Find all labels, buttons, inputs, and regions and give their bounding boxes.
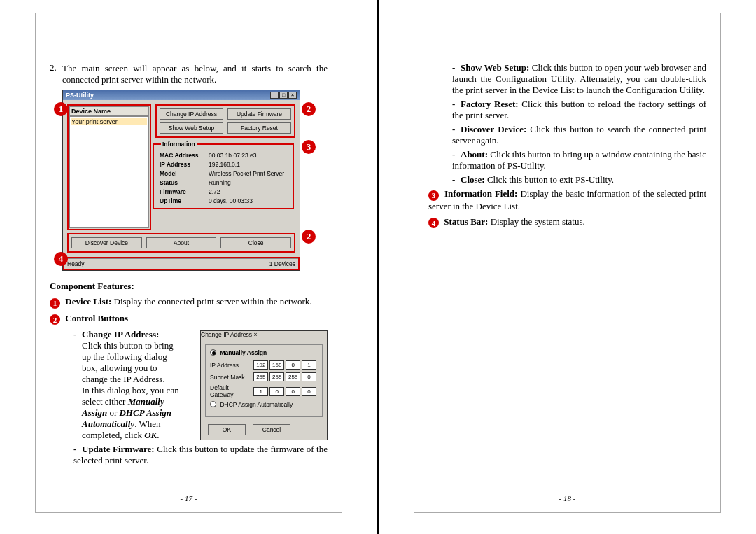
maximize-icon[interactable]: □	[279, 92, 288, 99]
page-left-inner: 2. The main screen will appear as below,…	[35, 13, 342, 513]
info-mac-label: MAC Address	[158, 150, 207, 160]
step-number: 2.	[50, 62, 62, 73]
sub-discover: -Discover Device: Click this button to s…	[452, 124, 706, 146]
page-left: 2. The main screen will appear as below,…	[0, 0, 378, 534]
feature-2-head: 2 Control Buttons	[50, 313, 328, 325]
control-buttons-top: Change IP Address Update Firmware Show W…	[155, 104, 295, 138]
info-mac-value: 00 03 1b 07 23 e3	[207, 150, 288, 160]
sub-update-firmware: -Update Firmware: Click this button to u…	[74, 444, 328, 466]
sub-factory-reset: -Factory Reset: Click this button to rel…	[452, 99, 706, 121]
ip-octet[interactable]: 1	[302, 360, 316, 370]
sm-octet[interactable]: 0	[302, 372, 316, 381]
minimize-icon[interactable]: _	[270, 92, 279, 99]
gw-octet[interactable]: 0	[302, 387, 316, 396]
subnet-label: Subnet Mask	[210, 374, 253, 381]
feature-2-label: Control Buttons	[65, 313, 128, 323]
status-bar-frame: Ready 1 Devices	[63, 257, 300, 270]
device-list-row[interactable]: Your print server	[71, 118, 147, 125]
page-number-right: - 18 -	[414, 494, 720, 503]
marker-1: 1	[50, 298, 60, 309]
update-firmware-button[interactable]: Update Firmware	[227, 108, 291, 120]
info-model-label: Model	[158, 169, 207, 178]
sub-change-ip: Change IP Address × Manually Assign IP A…	[74, 329, 328, 444]
step-2: 2. The main screen will appear as below,…	[50, 62, 328, 85]
step-text: The main screen will appear as below, an…	[62, 63, 328, 85]
device-list: Device Name Your print server	[67, 104, 151, 230]
info-ip-label: IP Address	[158, 160, 207, 169]
feature-4-text: Display the system status.	[488, 216, 584, 227]
ip-label: IP Address	[210, 362, 253, 369]
feature-3: 3 Information Field: Display the basic i…	[428, 188, 706, 212]
info-ip-value: 192.168.0.1	[207, 160, 288, 169]
ipdlg-titlebar: Change IP Address ×	[201, 331, 327, 340]
radio-dhcp-label: DHCP Assign Automatically	[220, 401, 293, 408]
sm-octet[interactable]: 255	[270, 372, 284, 381]
device-list-body[interactable]: Your print server	[69, 116, 149, 228]
psu-titlebar: PS-Utility _ □ ×	[63, 90, 300, 100]
radio-dhcp[interactable]: DHCP Assign Automatically	[210, 401, 318, 408]
sm-octet[interactable]: 255	[286, 372, 300, 381]
psu-window: PS-Utility _ □ × Device Name Your print …	[62, 90, 300, 271]
info-fw-value: 2.72	[207, 187, 288, 196]
information-legend: Information	[161, 141, 197, 148]
gw-octet[interactable]: 1	[253, 387, 268, 396]
discover-device-button[interactable]: Discover Device	[71, 237, 142, 248]
status-devices: 1 Devices	[270, 260, 295, 267]
change-ip-dialog: Change IP Address × Manually Assign IP A…	[200, 330, 328, 440]
feature-4-label: Status Bar:	[444, 216, 488, 227]
page-right-inner: -Show Web Setup: Click this button to op…	[414, 13, 721, 513]
marker-3: 3	[428, 190, 439, 201]
callout-1: 1	[54, 102, 68, 116]
radio-manual[interactable]: Manually Assign	[210, 349, 318, 356]
psu-screenshot-wrap: 1 2 3 2 4 PS-Utility _ □ × Device Name	[62, 90, 314, 271]
info-fw-label: Firmware	[158, 187, 207, 196]
sub-show-web: -Show Web Setup: Click this button to op…	[452, 62, 706, 96]
close-icon[interactable]: ×	[288, 92, 297, 99]
ipdlg-close-icon[interactable]: ×	[253, 331, 257, 338]
sm-octet[interactable]: 255	[253, 372, 268, 381]
info-model-value: Wireless Pocket Print Server	[207, 169, 288, 178]
close-button[interactable]: Close	[220, 237, 291, 248]
radio-icon	[210, 349, 216, 356]
marker-4: 4	[428, 218, 439, 228]
callout-4: 4	[54, 252, 68, 266]
gw-octet[interactable]: 0	[270, 387, 284, 396]
device-list-header: Device Name	[69, 106, 149, 116]
gw-octet[interactable]: 0	[286, 387, 300, 396]
component-features-head: Component Features:	[50, 281, 328, 292]
sub-about: -About: Click this button to bring up a …	[452, 149, 706, 171]
feature-1-label: Device List:	[65, 296, 111, 307]
callout-2-bottom: 2	[302, 230, 316, 244]
gateway-label: Default Gateway	[210, 384, 253, 398]
feature-1-text: Display the connected print server withi…	[114, 296, 312, 307]
feature-4: 4 Status Bar: Display the system status.	[428, 216, 706, 229]
change-ip-button[interactable]: Change IP Address	[160, 108, 223, 120]
ipdlg-title: Change IP Address	[201, 331, 252, 338]
about-button[interactable]: About	[146, 237, 217, 248]
info-uptime-value: 0 days, 00:03:33	[207, 196, 288, 205]
show-web-setup-button[interactable]: Show Web Setup	[160, 122, 223, 134]
callout-2-top: 2	[302, 102, 316, 116]
sub-close: -Close: Click this button to exit PS-Uti…	[452, 174, 706, 185]
feature-3-label: Information Field:	[444, 188, 517, 199]
status-ready: Ready	[67, 260, 270, 267]
radio-icon	[210, 401, 216, 407]
ipdlg-cancel-button[interactable]: Cancel	[253, 424, 290, 435]
psu-title: PS-Utility	[66, 92, 94, 99]
chip-head: Change IP Address:	[82, 329, 159, 339]
upfw-head: Update Firmware:	[82, 444, 155, 454]
ipdlg-ok-button[interactable]: OK	[208, 424, 246, 435]
info-uptime-label: UpTime	[158, 196, 207, 205]
factory-reset-button[interactable]: Factory Reset	[227, 122, 291, 134]
control-buttons-bottom: Discover Device About Close	[67, 233, 295, 253]
ip-octet[interactable]: 0	[286, 360, 300, 370]
feature-1: 1 Device List: Display the connected pri…	[50, 296, 328, 309]
ip-octet[interactable]: 168	[270, 360, 284, 370]
change-ip-dialog-wrap: Change IP Address × Manually Assign IP A…	[200, 330, 328, 440]
page-right: -Show Web Setup: Click this button to op…	[378, 0, 756, 534]
page-number-left: - 17 -	[36, 494, 342, 503]
ip-octet[interactable]: 192	[253, 360, 268, 370]
radio-manual-label: Manually Assign	[220, 349, 267, 356]
information-frame: Information MAC Address00 03 1b 07 23 e3…	[153, 141, 294, 209]
marker-2: 2	[50, 314, 60, 325]
